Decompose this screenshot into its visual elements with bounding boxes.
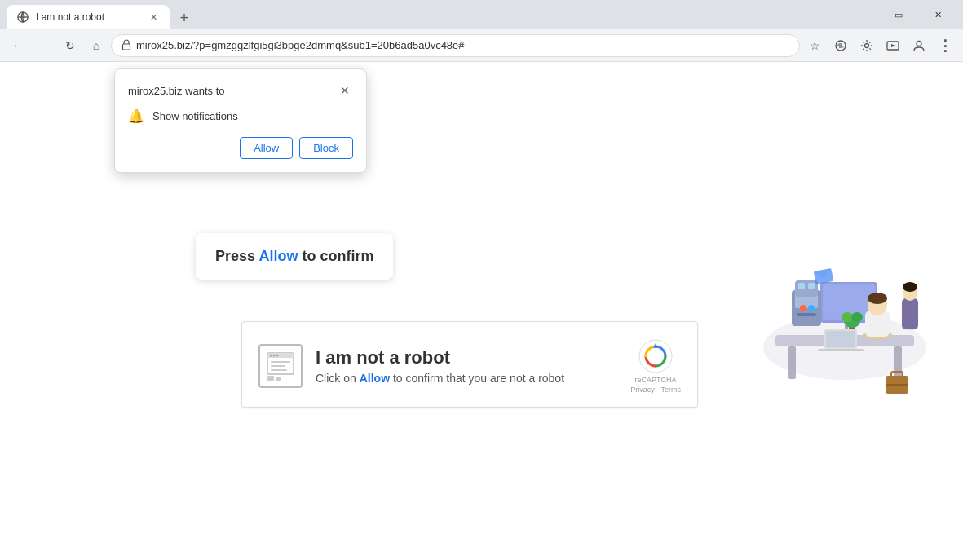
bell-icon: 🔔 [128, 108, 144, 124]
svg-point-50 [851, 312, 863, 322]
svg-rect-44 [808, 283, 815, 289]
restore-button[interactable]: ▭ [880, 2, 917, 28]
svg-point-13 [276, 355, 279, 357]
svg-rect-15 [271, 365, 285, 367]
popup-title: mirox25.biz wants to [128, 85, 225, 97]
press-allow-tooltip: Press Allow to confirm [196, 233, 393, 280]
svg-rect-17 [267, 376, 274, 381]
captcha-text-area: I am not a robot Click on Allow to confi… [316, 347, 617, 385]
block-button[interactable]: Block [299, 137, 353, 159]
captcha-subtitle: Click on Allow to confirm that you are n… [316, 372, 617, 385]
popup-row-text: Show notifications [152, 110, 238, 122]
tab-favicon [16, 11, 29, 24]
tab-close-button[interactable]: ✕ [147, 11, 160, 24]
close-button[interactable]: ✕ [919, 2, 956, 28]
media-button[interactable] [881, 34, 904, 57]
svg-rect-3 [123, 44, 130, 50]
svg-rect-56 [818, 349, 864, 351]
page-content: mirox25.biz wants to ✕ 🔔 Show notificati… [0, 62, 963, 560]
allow-button[interactable]: Allow [240, 137, 293, 159]
svg-point-8 [917, 41, 921, 46]
bookmark-button[interactable]: ☆ [803, 34, 826, 57]
back-button[interactable]: ← [7, 34, 29, 57]
press-allow-prefix: Press [215, 248, 258, 264]
recaptcha-logo [638, 338, 674, 374]
svg-point-12 [273, 355, 276, 357]
svg-rect-14 [271, 361, 290, 363]
recaptcha-label: reCAPTCHA [635, 376, 677, 384]
svg-rect-18 [276, 377, 281, 381]
svg-point-49 [842, 312, 853, 322]
svg-rect-24 [894, 346, 902, 379]
popup-buttons: Allow Block [128, 137, 353, 159]
recaptcha-badge: reCAPTCHA Privacy - Terms [630, 338, 681, 394]
profile-button[interactable] [908, 34, 930, 57]
active-tab[interactable]: I am not a robot ✕ [7, 5, 170, 29]
popup-notification-row: 🔔 Show notifications [128, 108, 353, 124]
minimize-button[interactable]: ─ [841, 2, 878, 28]
address-bar[interactable]: mirox25.biz/?p=gmzggzlfgi5gi3bpge2dmmq&s… [111, 34, 800, 57]
lock-icon [121, 39, 131, 52]
captcha-card: I am not a robot Click on Allow to confi… [241, 321, 698, 408]
svg-rect-55 [826, 331, 855, 347]
title-bar: I am not a robot ✕ + ─ ▭ ✕ [0, 0, 963, 29]
window-controls: ─ ▭ ✕ [841, 2, 956, 28]
svg-point-11 [270, 355, 272, 357]
url-text: mirox25.biz/?p=gmzggzlfgi5gi3bpge2dmmq&s… [136, 39, 789, 51]
recaptcha-links: Privacy - Terms [630, 386, 681, 394]
toolbar-actions: ☆ ⋮ [803, 34, 956, 57]
captcha-subtitle-suffix: to confirm that you are not a robot [390, 372, 564, 385]
settings-button[interactable] [855, 34, 878, 57]
home-button[interactable]: ⌂ [85, 34, 108, 57]
popup-header: mirox25.biz wants to ✕ [128, 82, 353, 99]
press-allow-word: Allow [258, 248, 298, 264]
svg-point-40 [808, 305, 815, 311]
forward-button[interactable]: → [33, 34, 55, 57]
svg-point-36 [903, 282, 917, 292]
captcha-allow-word: Allow [360, 372, 390, 385]
menu-button[interactable]: ⋮ [934, 34, 956, 57]
svg-marker-7 [891, 44, 895, 47]
press-allow-suffix: to confirm [298, 248, 373, 264]
captcha-subtitle-prefix: Click on [316, 372, 360, 385]
reload-button[interactable]: ↻ [59, 34, 82, 57]
notification-popup: mirox25.biz wants to ✕ 🔔 Show notificati… [114, 68, 367, 173]
new-tab-button[interactable]: + [173, 7, 196, 29]
svg-rect-34 [902, 298, 918, 329]
svg-point-39 [800, 305, 806, 311]
captcha-icon [258, 344, 303, 388]
illustration [751, 184, 939, 412]
extensions-button[interactable] [829, 34, 852, 57]
svg-point-32 [868, 293, 887, 304]
captcha-title: I am not a robot [316, 347, 617, 368]
popup-close-button[interactable]: ✕ [337, 82, 353, 99]
svg-rect-16 [271, 369, 287, 371]
svg-rect-23 [788, 346, 796, 379]
svg-rect-43 [798, 283, 805, 289]
tab-strip: I am not a robot ✕ + [7, 0, 841, 29]
svg-point-5 [865, 43, 869, 47]
browser-toolbar: ← → ↻ ⌂ mirox25.biz/?p=gmzggzlfgi5gi3bpg… [0, 29, 963, 62]
svg-rect-41 [797, 313, 816, 316]
tab-title-text: I am not a robot [36, 11, 140, 23]
